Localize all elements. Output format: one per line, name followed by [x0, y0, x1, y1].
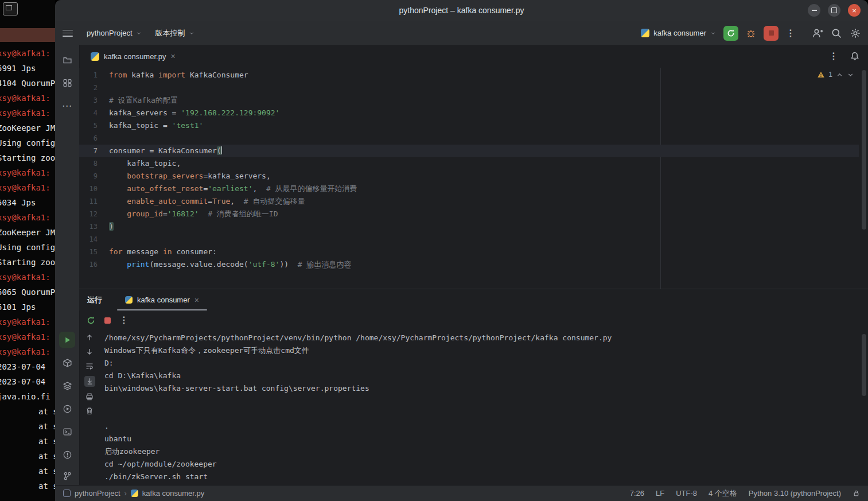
stop-icon[interactable] — [104, 317, 111, 324]
settings-gear-icon[interactable] — [850, 28, 861, 39]
more-actions-icon[interactable]: ⋮ — [786, 29, 795, 38]
down-stack-icon[interactable] — [85, 347, 94, 356]
file-encoding[interactable]: UTF-8 — [676, 489, 697, 498]
caret-position[interactable]: 7:26 — [630, 489, 644, 498]
console-line: . — [104, 420, 857, 433]
run-tab-label: kafka consumer — [137, 296, 190, 304]
terminal-line: xsy@kafka1: — [0, 329, 55, 344]
python-packages-tool-icon[interactable] — [59, 355, 75, 371]
terminal-line: xsy@kafka1: — [0, 210, 55, 225]
lock-icon[interactable] — [853, 490, 860, 497]
terminal-line: at s — [0, 449, 55, 464]
project-selector-label: pythonProject — [87, 29, 133, 37]
window-titlebar: pythonProject – kafka consumer.py × — [55, 0, 868, 21]
run-panel-tab[interactable]: kafka consumer × — [117, 289, 207, 310]
code-line: 12 group_id='16812' # 消费者组的唯一ID — [79, 208, 859, 220]
breadcrumb-project[interactable]: pythonProject — [75, 489, 120, 498]
terminal-line: ZooKeeper JM — [0, 121, 55, 135]
rerun-button[interactable] — [723, 26, 738, 41]
code-line: 4kafka_servers = '192.168.222.129:9092' — [79, 107, 859, 119]
terminal-tool-icon[interactable] — [59, 424, 75, 440]
terminal-line: xsy@kafka1: — [0, 270, 55, 285]
vcs-selector[interactable]: 版本控制 — [155, 28, 194, 38]
structure-tool-icon[interactable] — [59, 75, 75, 91]
chevron-down-icon — [189, 30, 194, 36]
line-number: 13 — [79, 220, 104, 233]
main-menu-icon[interactable] — [63, 30, 73, 37]
editor-scrollbar[interactable] — [862, 70, 866, 230]
terminal-titlebar — [0, 28, 55, 42]
minimize-button[interactable] — [808, 4, 820, 17]
breadcrumb-separator-icon: › — [124, 489, 127, 498]
code-with-me-icon[interactable] — [812, 28, 823, 39]
code-line: 14 — [79, 233, 859, 246]
rerun-icon[interactable] — [86, 316, 96, 325]
tab-kafka-consumer[interactable]: kafka consumer.py × — [84, 45, 182, 68]
project-selector[interactable]: pythonProject — [87, 29, 142, 37]
console-scrollbar[interactable] — [862, 334, 866, 396]
line-separator[interactable]: LF — [656, 489, 664, 498]
terminal-line: xsy@kafka1: — [0, 106, 55, 121]
console-line: D: — [104, 357, 857, 370]
soft-wrap-icon[interactable] — [85, 362, 94, 371]
run-config-selector[interactable]: kafka consumer — [641, 29, 716, 37]
console-toolbar: ⋮ — [79, 310, 129, 330]
prev-problem-icon[interactable] — [836, 71, 843, 79]
console-line: bin\windows\kafka-server-start.bat confi… — [104, 382, 857, 395]
console-gutter — [80, 333, 99, 415]
terminal-line: Using config — [0, 240, 55, 255]
version-control-tool-icon[interactable] — [59, 468, 75, 484]
indent-setting[interactable]: 4 个空格 — [709, 488, 737, 499]
code-line: 8 kafka_topic, — [79, 157, 859, 170]
maximize-button[interactable] — [828, 4, 840, 17]
code-line: 9 bootstrap_servers=kafka_servers, — [79, 170, 859, 182]
breadcrumb-file[interactable]: kafka consumer.py — [142, 489, 204, 498]
notifications-bell-icon[interactable] — [850, 51, 860, 61]
line-number: 12 — [79, 208, 104, 220]
print-icon[interactable] — [85, 392, 94, 401]
run-tool-icon[interactable] — [59, 332, 75, 348]
inspections-widget[interactable]: 1 — [817, 71, 854, 79]
console-line — [104, 407, 857, 420]
search-icon[interactable] — [831, 28, 842, 39]
terminal-line: xsy@kafka1: — [0, 91, 55, 106]
run-panel-header: 运行 kafka consumer × — [79, 289, 868, 310]
line-number: 15 — [79, 246, 104, 258]
run-tab-close-icon[interactable]: × — [194, 296, 199, 304]
terminal-line: at s — [0, 419, 55, 434]
tab-close-icon[interactable]: × — [170, 52, 175, 60]
console-options-icon[interactable]: ⋮ — [119, 316, 129, 325]
chevron-down-icon — [136, 30, 142, 36]
more-tool-windows-icon[interactable]: ⋯ — [59, 98, 75, 114]
console-line: ./bin/zkServer.sh start — [104, 471, 857, 483]
problems-tool-icon[interactable] — [59, 446, 75, 463]
tab-options-icon[interactable]: ⋮ — [829, 52, 838, 61]
stop-button[interactable] — [764, 26, 779, 41]
run-config-label: kafka consumer — [653, 29, 706, 37]
project-tool-icon[interactable] — [59, 52, 75, 68]
close-button[interactable]: × — [848, 4, 861, 17]
scroll-to-end-toggle[interactable] — [84, 376, 95, 387]
up-stack-icon[interactable] — [85, 333, 94, 342]
console-line: 启动zookeeper — [104, 445, 857, 458]
debug-bug-icon[interactable] — [746, 28, 756, 38]
services-tool-icon[interactable] — [59, 378, 75, 394]
next-problem-icon[interactable] — [847, 71, 854, 79]
run-anything-icon[interactable] — [59, 401, 75, 417]
code-line: 11 enable_auto_commit=True, # 自动提交偏移量 — [79, 195, 859, 208]
line-number: 10 — [79, 182, 104, 195]
terminal-line: xsy@kafka1: — [0, 344, 55, 359]
window-title: pythonProject – kafka consumer.py — [55, 0, 868, 21]
python-interpreter[interactable]: Python 3.10 (pythonProject) — [749, 489, 841, 498]
tool-window-stripe: ⋯ — [55, 45, 80, 485]
breadcrumb[interactable]: pythonProject › kafka consumer.py — [63, 489, 204, 498]
clear-console-icon[interactable] — [85, 406, 94, 415]
terminal-line: 2023-07-04 — [0, 359, 55, 374]
console-output[interactable]: /home/xsy/PycharmProjects/pythonProject/… — [104, 332, 857, 484]
line-number: 8 — [79, 157, 104, 170]
status-bar: pythonProject › kafka consumer.py 7:26 L… — [55, 485, 868, 501]
code-line: 10 auto_offset_reset='earliest', # 从最早的偏… — [79, 182, 859, 195]
caret — [221, 146, 223, 154]
background-terminal-window[interactable]: xsy@kafka1:5991 Jps4104 QuorumPxsy@kafka… — [0, 0, 55, 501]
code-editor[interactable]: 1from kafka import KafkaConsumer23# 设置Ka… — [79, 68, 868, 289]
